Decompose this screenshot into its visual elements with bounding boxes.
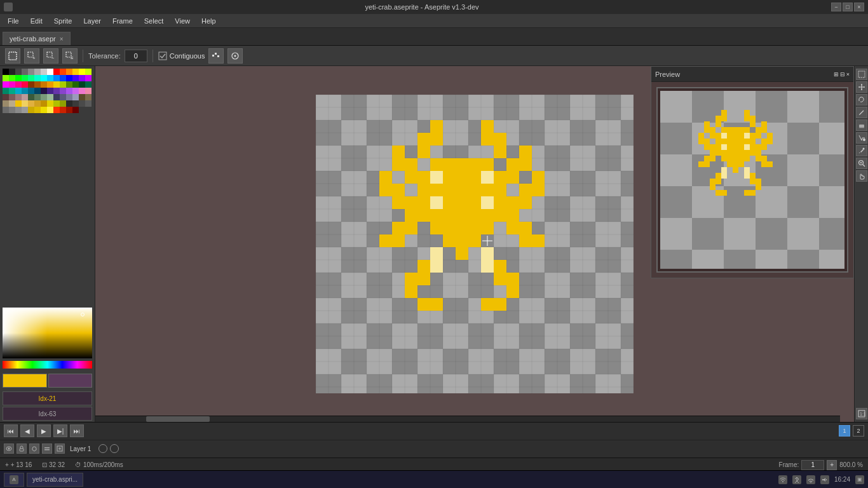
sprite-canvas[interactable]	[316, 95, 634, 393]
frame-add-button[interactable]: +	[827, 460, 837, 470]
taskbar-app-window[interactable]: yeti-crab.aspri...	[27, 473, 83, 487]
palette-color[interactable]	[60, 107, 66, 113]
palette-color[interactable]	[28, 88, 34, 94]
palette-color[interactable]	[66, 107, 72, 113]
menu-view[interactable]: View	[170, 16, 195, 26]
cel-marker-1[interactable]	[98, 444, 107, 453]
palette-color[interactable]	[47, 88, 53, 94]
palette-color[interactable]	[66, 94, 72, 100]
bg-color-label[interactable]: Idx-63	[3, 407, 92, 421]
palette-color[interactable]	[47, 100, 53, 107]
palette-color[interactable]	[34, 81, 41, 88]
palette-color[interactable]	[66, 81, 72, 88]
palette-color[interactable]	[66, 100, 72, 107]
tool-pencil[interactable]	[856, 107, 867, 118]
palette-color[interactable]	[72, 100, 79, 107]
tab-close-button[interactable]: ×	[60, 36, 64, 43]
contiguous-checkbox[interactable]: Contiguous	[158, 51, 205, 60]
background-color[interactable]	[48, 374, 93, 388]
palette-color[interactable]	[3, 94, 9, 100]
palette-color[interactable]	[79, 94, 85, 100]
tool-intersect[interactable]: ≡	[62, 48, 78, 64]
palette-color[interactable]	[47, 107, 53, 113]
playback-prev[interactable]: ◀	[20, 424, 34, 437]
file-tab[interactable]: yeti-crab.asepr ×	[3, 32, 71, 45]
frame-number-input[interactable]	[801, 460, 824, 470]
palette-color[interactable]	[60, 81, 66, 88]
palette-color[interactable]	[9, 88, 15, 94]
palette-color[interactable]	[3, 81, 9, 88]
layer-visibility-toggle[interactable]	[4, 444, 14, 454]
tool-zoom[interactable]	[856, 158, 867, 169]
layer-add-cel[interactable]	[55, 444, 65, 454]
palette-color[interactable]	[9, 69, 15, 75]
menu-help[interactable]: Help	[196, 16, 221, 26]
notification-icon[interactable]: ▣	[855, 475, 864, 484]
palette-color[interactable]	[72, 75, 79, 81]
palette-color[interactable]	[66, 69, 72, 75]
layer-properties[interactable]	[42, 444, 52, 454]
frame-2-indicator[interactable]: 2	[853, 425, 864, 437]
palette-color[interactable]	[79, 81, 85, 88]
palette-color[interactable]	[34, 107, 41, 113]
close-button[interactable]: ×	[854, 3, 864, 11]
tolerance-input[interactable]	[125, 50, 147, 62]
palette-color[interactable]	[34, 69, 41, 75]
tool-eraser[interactable]	[856, 119, 867, 131]
taskbar-app-icon[interactable]: A	[4, 473, 24, 487]
palette-color[interactable]	[3, 75, 9, 81]
menu-edit[interactable]: Edit	[25, 16, 48, 26]
playback-first[interactable]: ⏮	[4, 424, 18, 437]
palette-color[interactable]	[3, 88, 9, 94]
tool-eyedropper[interactable]	[856, 145, 867, 156]
palette-color[interactable]	[72, 69, 79, 75]
palette-color[interactable]	[22, 81, 28, 88]
menu-file[interactable]: File	[3, 16, 24, 26]
palette-color[interactable]	[85, 81, 92, 88]
palette-color[interactable]	[41, 88, 47, 94]
cel-marker-2[interactable]	[110, 444, 119, 453]
palette-color[interactable]	[15, 107, 22, 113]
palette-color[interactable]	[28, 81, 34, 88]
palette-color[interactable]	[53, 81, 60, 88]
palette-color[interactable]	[3, 69, 9, 75]
palette-color[interactable]	[41, 69, 47, 75]
palette-color[interactable]	[15, 88, 22, 94]
palette-color[interactable]	[72, 94, 79, 100]
playback-last[interactable]: ⏭	[70, 424, 84, 437]
palette-color[interactable]	[34, 100, 41, 107]
palette-color[interactable]	[47, 94, 53, 100]
palette-color[interactable]	[15, 100, 22, 107]
palette-color[interactable]	[79, 75, 85, 81]
foreground-color[interactable]	[3, 374, 47, 388]
menu-sprite[interactable]: Sprite	[49, 16, 78, 26]
palette-color[interactable]	[85, 69, 92, 75]
palette-color[interactable]	[53, 69, 60, 75]
frame-1-indicator[interactable]: 1	[839, 425, 850, 437]
palette-color[interactable]	[22, 88, 28, 94]
layer-name[interactable]: Layer 1	[70, 445, 91, 452]
palette-color[interactable]	[28, 75, 34, 81]
palette-color[interactable]	[41, 100, 47, 107]
palette-color[interactable]	[85, 94, 92, 100]
palette-color[interactable]	[15, 94, 22, 100]
tool-pixel-perfect[interactable]	[208, 48, 224, 64]
scrollbar-thumb-h[interactable]	[146, 416, 210, 422]
palette-color[interactable]	[9, 107, 15, 113]
palette-color[interactable]	[60, 100, 66, 107]
tool-hand[interactable]	[856, 170, 867, 182]
palette-color[interactable]	[72, 107, 79, 113]
palette-color[interactable]	[9, 100, 15, 107]
palette-color[interactable]	[22, 100, 28, 107]
tool-frame[interactable]: 1:1	[856, 408, 867, 419]
hue-bar[interactable]	[3, 361, 92, 369]
palette-color[interactable]	[85, 75, 92, 81]
palette-color[interactable]	[79, 100, 85, 107]
tool-marquee-right[interactable]	[856, 69, 867, 80]
palette-color[interactable]	[22, 94, 28, 100]
palette-color[interactable]	[34, 88, 41, 94]
palette-color[interactable]	[41, 107, 47, 113]
palette-color[interactable]	[22, 69, 28, 75]
palette-color[interactable]	[22, 107, 28, 113]
playback-next[interactable]: ▶|	[53, 424, 67, 437]
